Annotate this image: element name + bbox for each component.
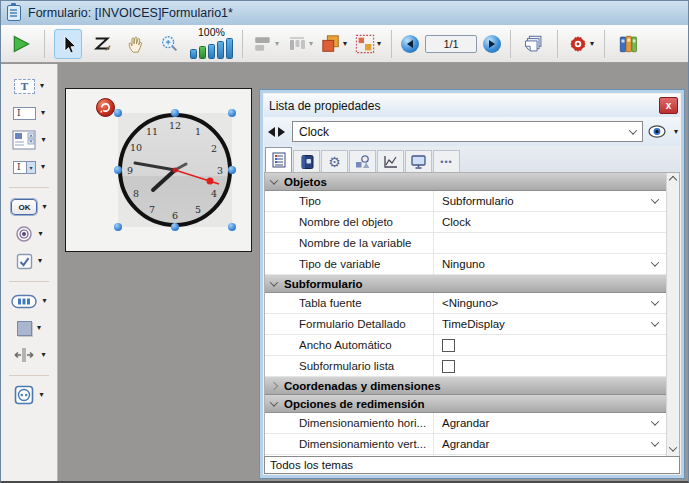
- previous-page-button[interactable]: [401, 35, 419, 53]
- level-menu-button[interactable]: ▾: [320, 29, 348, 59]
- caret-down-icon[interactable]: ▾: [343, 40, 347, 48]
- selection-handle-sw[interactable]: [114, 223, 122, 231]
- previous-object-icon[interactable]: [268, 127, 275, 137]
- caret-down-icon[interactable]: ▾: [377, 40, 381, 48]
- clock-number: 1: [195, 126, 201, 137]
- group-menu-button[interactable]: ▾: [354, 29, 382, 59]
- caret-down-icon[interactable]: ▾: [309, 40, 313, 48]
- scroll-down-icon[interactable]: [669, 443, 677, 451]
- ancho-automatico-checkbox[interactable]: [442, 339, 455, 352]
- listbox-tool[interactable]: ▾: [12, 129, 45, 151]
- caret-down-icon[interactable]: ▾: [41, 109, 45, 117]
- explorer-button[interactable]: [614, 29, 642, 59]
- dimensionamiento-horizontal-dropdown[interactable]: Agrandar: [433, 413, 666, 433]
- form-actions-button[interactable]: ▾: [567, 29, 595, 59]
- splitter-tool[interactable]: ▾: [12, 344, 45, 366]
- selection-handle-n[interactable]: [171, 109, 179, 117]
- tab-property-list[interactable]: [265, 147, 292, 172]
- form-canvas[interactable]: 12 1 2 3 4 5 6 7 8 9 10 11: [65, 88, 252, 252]
- combobox-tool[interactable]: I▾ ▾: [13, 156, 45, 178]
- subformulario-lista-checkbox[interactable]: [442, 360, 455, 373]
- selection-tool-button[interactable]: [54, 29, 82, 59]
- pages-manager-button[interactable]: [520, 29, 548, 59]
- execute-form-button[interactable]: [7, 29, 35, 59]
- chevron-down-icon: [270, 398, 278, 406]
- selection-handle-w[interactable]: [114, 166, 122, 174]
- checkbox-tool[interactable]: ▾: [16, 250, 42, 272]
- tabla-fuente-dropdown[interactable]: <Ninguno>: [433, 293, 666, 313]
- caret-down-icon[interactable]: ▾: [41, 163, 45, 171]
- plugin-area-tool[interactable]: ▾: [14, 384, 43, 406]
- button-grid-tool[interactable]: ▾: [11, 290, 46, 312]
- caret-down-icon[interactable]: ▾: [42, 297, 46, 305]
- tab-action[interactable]: ⚙: [321, 150, 348, 172]
- tab-display[interactable]: [405, 150, 432, 172]
- tipo-variable-dropdown[interactable]: Ninguno: [433, 254, 666, 274]
- caret-down-icon[interactable]: ▾: [38, 230, 42, 238]
- input-field-tool[interactable]: I ▾: [13, 102, 45, 124]
- distribute-menu-button[interactable]: ▾: [286, 29, 314, 59]
- tab-appearance[interactable]: [349, 150, 376, 172]
- draw-tool-button[interactable]: [88, 29, 116, 59]
- sidebar-separator: [9, 281, 49, 282]
- selection-handle-e[interactable]: [228, 166, 236, 174]
- caret-down-icon[interactable]: ▾: [275, 40, 279, 48]
- theme-filter-bar[interactable]: Todos los temas: [264, 456, 680, 474]
- close-button[interactable]: x: [659, 97, 678, 114]
- selection-handle-se[interactable]: [228, 223, 236, 231]
- caret-down-icon[interactable]: ▾: [40, 82, 44, 90]
- rectangle-tool[interactable]: ▾: [17, 317, 41, 339]
- caret-down-icon[interactable]: ▾: [37, 324, 41, 332]
- ok-button-icon: OK: [11, 199, 37, 215]
- arrow-left-icon: [407, 40, 413, 48]
- static-text-tool[interactable]: T ▾: [14, 75, 44, 97]
- zoom-bar[interactable]: [190, 49, 197, 59]
- clock-widget[interactable]: 12 1 2 3 4 5 6 7 8 9 10 11: [115, 110, 235, 230]
- zoom-bar-current[interactable]: [199, 46, 206, 59]
- caret-down-icon[interactable]: ▾: [674, 128, 678, 136]
- caret-down-icon[interactable]: ▾: [42, 203, 46, 211]
- pan-tool-button[interactable]: [122, 29, 150, 59]
- zoom-bar[interactable]: [217, 41, 224, 59]
- caret-down-icon[interactable]: ▾: [39, 391, 43, 399]
- tab-resize-options[interactable]: [377, 150, 404, 172]
- object-pager[interactable]: [266, 125, 287, 139]
- radio-tool-icon: [15, 225, 33, 243]
- caret-down-icon[interactable]: ▾: [41, 351, 45, 359]
- nombre-objeto-field[interactable]: Clock: [433, 212, 666, 232]
- selection-handle-s[interactable]: [171, 223, 179, 231]
- zoom-level-widget[interactable]: 100%: [190, 27, 233, 61]
- caret-down-icon[interactable]: ▾: [41, 136, 45, 144]
- tipo-dropdown[interactable]: Subformulario: [433, 191, 666, 211]
- zoom-bars-icon[interactable]: [190, 38, 233, 59]
- text-tool-icon: T: [14, 79, 35, 94]
- zoom-bar[interactable]: [208, 44, 215, 59]
- tab-more[interactable]: •••: [433, 150, 460, 172]
- caret-down-icon[interactable]: ▾: [590, 40, 594, 48]
- eye-icon[interactable]: [648, 124, 669, 139]
- section-objetos[interactable]: Objetos: [265, 173, 666, 191]
- next-page-button[interactable]: [483, 35, 501, 53]
- section-opciones-redimension[interactable]: Opciones de redimensión: [265, 395, 666, 413]
- object-selector-dropdown[interactable]: Clock: [292, 121, 643, 142]
- tab-data[interactable]: [293, 150, 320, 172]
- chevron-down-icon: [270, 278, 278, 286]
- property-list-titlebar[interactable]: Lista de propiedades x: [264, 94, 680, 117]
- formulario-detallado-dropdown[interactable]: TimeDisplay: [433, 314, 666, 334]
- align-menu-button[interactable]: ▾: [252, 29, 280, 59]
- section-coordenadas[interactable]: Coordenadas y dimensiones: [265, 377, 666, 395]
- subform-badge-icon[interactable]: [95, 97, 116, 118]
- dimensionamiento-vertical-dropdown[interactable]: Agrandar: [433, 434, 666, 454]
- next-object-icon[interactable]: [278, 127, 285, 137]
- section-subformulario[interactable]: Subformulario: [265, 275, 666, 293]
- zoom-tool-button[interactable]: [156, 29, 184, 59]
- radio-button-tool[interactable]: ▾: [15, 223, 42, 245]
- button-tool[interactable]: OK ▾: [11, 196, 46, 218]
- zoom-bar[interactable]: [226, 38, 233, 59]
- shapes-icon: [354, 154, 371, 170]
- nombre-variable-field[interactable]: [433, 233, 666, 253]
- selection-handle-ne[interactable]: [228, 109, 236, 117]
- scroll-up-icon[interactable]: [669, 176, 677, 184]
- property-scrollbar[interactable]: [666, 173, 679, 456]
- caret-down-icon[interactable]: ▾: [38, 257, 42, 265]
